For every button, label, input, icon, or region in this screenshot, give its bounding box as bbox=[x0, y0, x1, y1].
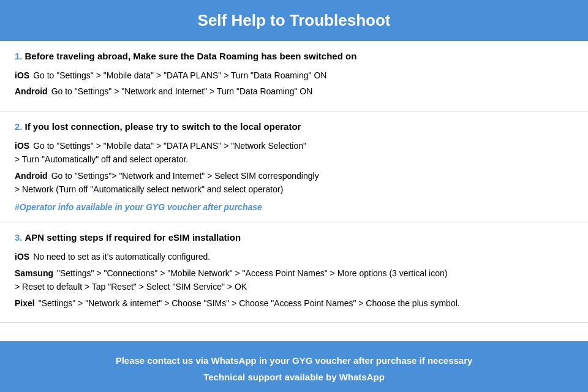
page-footer: Please contact us via WhatsApp in your G… bbox=[0, 341, 588, 392]
platform-label-3-1: iOS bbox=[15, 252, 29, 262]
section-2-title: 2.If you lost connection, please try to … bbox=[15, 121, 573, 132]
section-3-number: 3. bbox=[15, 232, 23, 243]
section-1: 1.Before traveling abroad, Make sure the… bbox=[0, 41, 588, 111]
item-line-3-2-2: > Reset to default > Tap "Reset" > Selec… bbox=[15, 282, 247, 292]
item-line-2-1-2: > Turn "Automatically" off and select op… bbox=[15, 154, 188, 164]
section-3-item-1: iOSNo need to set as it's automatically … bbox=[15, 250, 573, 263]
item-line-2-1-1: Go to "Settings" > "Mobile data" > "DATA… bbox=[33, 141, 306, 151]
footer-line1: Please contact us via WhatsApp in your G… bbox=[12, 352, 576, 369]
platform-label-2-2: Android bbox=[15, 171, 48, 181]
page-title: Self Help to Troubleshoot bbox=[12, 11, 576, 30]
platform-label-3-3: Pixel bbox=[15, 298, 35, 308]
sections-container: 1.Before traveling abroad, Make sure the… bbox=[0, 41, 588, 341]
item-line-2-2-2: > Network (Turn off "Automatically selec… bbox=[15, 184, 283, 194]
section-1-item-1: iOSGo to "Settings" > "Mobile data" > "D… bbox=[15, 69, 573, 82]
item-line-1-1-1: Go to "Settings" > "Mobile data" > "DATA… bbox=[33, 70, 326, 80]
section-2: 2.If you lost connection, please try to … bbox=[0, 111, 588, 223]
main-content: 1.Before traveling abroad, Make sure the… bbox=[0, 41, 588, 392]
platform-label-1-1: iOS bbox=[15, 70, 29, 80]
section-3: 3.APN setting steps If required for eSIM… bbox=[0, 222, 588, 323]
item-line-3-3-1: "Settings" > "Network & internet" > Choo… bbox=[39, 298, 460, 308]
section-1-title-text: Before traveling abroad, Make sure the D… bbox=[25, 51, 357, 61]
footer-line2: Technical support available by WhatsApp bbox=[12, 369, 576, 385]
section-1-title: 1.Before traveling abroad, Make sure the… bbox=[15, 51, 573, 61]
section-3-item-3: Pixel"Settings" > "Network & internet" >… bbox=[15, 296, 573, 310]
item-line-3-1-1: No need to set as it's automatically con… bbox=[33, 252, 210, 262]
section-2-highlight: #Operator info available in your GYG vou… bbox=[15, 202, 573, 212]
section-3-item-2: Samsung"Settings" > "Connections" > "Mob… bbox=[15, 266, 573, 294]
section-1-item-2: AndroidGo to "Settings" > "Network and I… bbox=[15, 85, 573, 98]
section-3-title-text: APN setting steps If required for eSIM i… bbox=[25, 232, 241, 243]
section-1-number: 1. bbox=[15, 51, 23, 61]
item-line-2-2-1: Go to "Settings"> "Network and Internet"… bbox=[51, 171, 319, 181]
item-line-1-2-1: Go to "Settings" > "Network and Internet… bbox=[51, 86, 313, 96]
platform-label-3-2: Samsung bbox=[15, 268, 53, 278]
item-line-3-2-1: "Settings" > "Connections" > "Mobile Net… bbox=[57, 268, 447, 278]
platform-label-1-2: Android bbox=[15, 86, 48, 96]
section-3-title: 3.APN setting steps If required for eSIM… bbox=[15, 232, 573, 243]
page-header: Self Help to Troubleshoot bbox=[0, 0, 588, 41]
section-2-item-2: AndroidGo to "Settings"> "Network and In… bbox=[15, 169, 573, 197]
platform-label-2-1: iOS bbox=[15, 141, 29, 151]
section-2-title-text: If you lost connection, please try to sw… bbox=[25, 121, 301, 132]
section-2-number: 2. bbox=[15, 121, 23, 132]
section-2-item-1: iOSGo to "Settings" > "Mobile data" > "D… bbox=[15, 139, 573, 167]
